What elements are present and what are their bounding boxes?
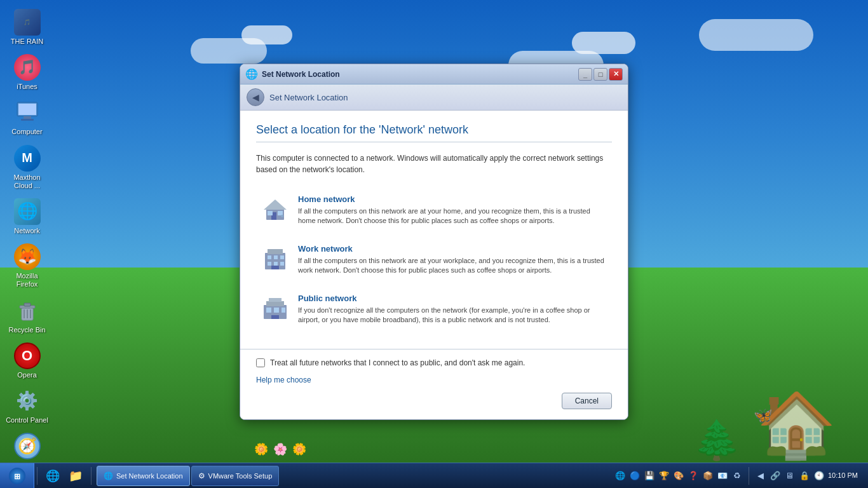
dialog-overlay: 🌐 Set Network Location _ □ ✕ ◀ Set Netwo…: [0, 0, 868, 463]
public-network-info: Public network If you don't recognize al…: [298, 294, 607, 325]
taskbar-item-set-network-location[interactable]: 🌐 Set Network Location: [97, 466, 190, 486]
tray-globe-icon[interactable]: 🔵: [628, 470, 641, 482]
svg-rect-13: [268, 211, 273, 215]
tray-clock-icon[interactable]: 🕙: [813, 470, 825, 482]
taskbar-time: 10:10 PM: [828, 471, 858, 480]
tray-trophy-icon[interactable]: 🏆: [658, 470, 670, 482]
svg-rect-31: [271, 315, 279, 319]
dialog-body: Select a location for the 'Network' netw…: [240, 111, 628, 349]
svg-rect-19: [274, 255, 278, 259]
checkbox-row: Treat all future networks that I connect…: [256, 358, 612, 367]
public-network-desc: If you don't recognize all the computers…: [298, 306, 607, 325]
dialog-buttons: Cancel: [240, 385, 628, 419]
svg-rect-28: [266, 308, 271, 313]
system-tray: 🌐 🔵 💾 🏆 🎨 ❓ 📦 📧 ♻ ◀ 🔗 🖥 🔒 🕙: [609, 463, 868, 488]
tray-recycle-icon[interactable]: ♻: [731, 470, 743, 482]
taskbar-separator-2: [91, 467, 92, 485]
status-icons: ◀ 🔗 🖥 🔒 🕙: [754, 470, 825, 482]
svg-rect-17: [268, 249, 283, 254]
taskbar: ⊞ 🌐 📁 🌐 Set Network Location ⚙ VMware To…: [0, 463, 868, 488]
work-network-title[interactable]: Work network: [298, 244, 607, 254]
work-network-option[interactable]: Work network If all the computers on thi…: [256, 238, 612, 282]
maximize-button[interactable]: □: [593, 68, 607, 81]
work-network-icon: [261, 244, 289, 272]
svg-point-15: [281, 215, 283, 217]
tray-dock-icons: 🌐 🔵 💾 🏆 🎨 ❓ 📦 📧 ♻: [614, 470, 743, 482]
nav-title: Set Network Location: [269, 93, 348, 102]
svg-rect-22: [274, 262, 278, 266]
svg-text:⊞: ⊞: [14, 472, 20, 481]
dialog-heading: Select a location for the 'Network' netw…: [256, 123, 612, 137]
treat-public-checkbox[interactable]: [256, 358, 265, 367]
dialog-navigation: ◀ Set Network Location: [240, 85, 628, 111]
tray-monitor-icon[interactable]: 🖥: [783, 470, 796, 482]
svg-rect-27: [269, 298, 281, 302]
svg-rect-18: [268, 255, 271, 259]
svg-rect-30: [281, 308, 285, 313]
taskbar-clock[interactable]: 10:10 PM: [828, 471, 863, 480]
public-network-option[interactable]: Public network If you don't recognize al…: [256, 287, 612, 332]
svg-rect-21: [268, 262, 271, 266]
home-network-icon: [261, 194, 289, 222]
dialog-description: This computer is connected to a network.…: [256, 152, 612, 175]
tray-device-icon[interactable]: 📦: [702, 470, 714, 482]
dialog-title: Set Network Location: [262, 70, 578, 79]
tray-separator: [749, 467, 749, 485]
public-network-title[interactable]: Public network: [298, 294, 607, 303]
svg-rect-26: [266, 301, 284, 306]
dialog-titlebar[interactable]: 🌐 Set Network Location _ □ ✕: [240, 64, 628, 85]
svg-rect-14: [278, 211, 283, 215]
work-network-desc: If all the computers on this network are…: [298, 256, 607, 276]
taskbar-item-set-network-location-label: Set Network Location: [116, 472, 183, 480]
taskbar-items: 🌐 Set Network Location ⚙ VMware Tools Se…: [94, 463, 609, 488]
set-network-location-dialog: 🌐 Set Network Location _ □ ✕ ◀ Set Netwo…: [240, 64, 628, 420]
cancel-button-dialog[interactable]: Cancel: [562, 393, 612, 409]
start-button[interactable]: ⊞: [0, 463, 34, 489]
tray-network-status-icon[interactable]: 🔗: [769, 470, 782, 482]
back-button[interactable]: ◀: [247, 88, 264, 106]
tray-color-icon[interactable]: 🎨: [672, 470, 685, 482]
tray-mail-icon[interactable]: 📧: [716, 470, 729, 482]
svg-rect-23: [280, 262, 284, 266]
close-button[interactable]: ✕: [609, 68, 623, 81]
work-network-info: Work network If all the computers on thi…: [298, 244, 607, 276]
taskbar-ie-icon[interactable]: 🌐: [43, 466, 63, 486]
dialog-footer: Treat all future networks that I connect…: [240, 349, 628, 385]
desktop: 🏠 🌲 🦋 🌼 🌸 🌼 🎵 THE RAIN 🎵 iTunes: [0, 0, 868, 488]
titlebar-buttons: _ □ ✕: [578, 68, 623, 81]
taskbar-folder-icon[interactable]: 📁: [65, 466, 86, 486]
taskbar-item-vmware-tools-label: VMware Tools Setup: [208, 472, 273, 480]
tray-help-icon[interactable]: ❓: [687, 470, 700, 482]
quick-launch-area: 🌐 📁: [40, 466, 88, 486]
public-network-icon: [261, 294, 289, 322]
home-network-option[interactable]: Home network If all the computers on thi…: [256, 188, 612, 233]
taskbar-separator-1: [37, 467, 37, 485]
taskbar-item-vmware-tools[interactable]: ⚙ VMware Tools Setup: [191, 466, 280, 486]
help-me-choose-link[interactable]: Help me choose: [256, 376, 311, 384]
svg-marker-11: [264, 200, 287, 210]
svg-rect-24: [271, 266, 279, 269]
tray-expand-icon[interactable]: ◀: [754, 470, 767, 482]
tray-storage-icon[interactable]: 💾: [643, 470, 656, 482]
home-network-title[interactable]: Home network: [298, 194, 607, 204]
treat-public-label[interactable]: Treat all future networks that I connect…: [270, 358, 525, 367]
heading-divider: [256, 142, 612, 142]
minimize-button[interactable]: _: [578, 68, 592, 81]
tray-security-icon[interactable]: 🔒: [798, 470, 811, 482]
svg-rect-20: [280, 255, 284, 259]
network-location-icon: 🌐: [245, 68, 258, 80]
home-network-desc: If all the computers on this network are…: [298, 207, 607, 226]
tray-network-icon[interactable]: 🌐: [614, 470, 627, 482]
home-network-info: Home network If all the computers on thi…: [298, 194, 607, 226]
svg-rect-29: [274, 308, 279, 313]
